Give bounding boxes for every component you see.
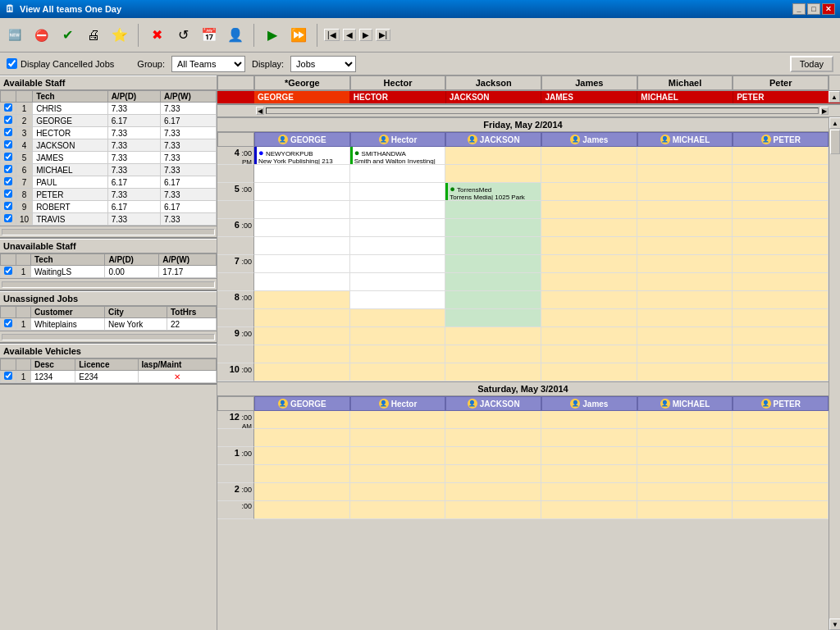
cancel-button[interactable]: ⛔ (30, 24, 52, 47)
unassigned-jobs-header: Unassigned Jobs (0, 291, 217, 306)
hector-job-smithandwa[interactable]: ● SMITHANDWASmith and Walton Investing| … (350, 147, 445, 164)
maximize-button[interactable]: □ (807, 3, 820, 15)
new-button[interactable]: 🆕 (3, 24, 26, 47)
unassigned-checkbox[interactable] (4, 319, 12, 327)
vscroll-down-btn[interactable]: ▼ (829, 619, 840, 630)
vscroll-track (829, 129, 840, 619)
hector-id: HECTOR (350, 91, 446, 103)
staff-apd: 7.33 (107, 189, 160, 201)
staff-checkbox-cell[interactable] (1, 189, 16, 201)
staff-checkbox-cell[interactable] (1, 115, 16, 127)
nav-start-button[interactable]: |◀ (324, 29, 340, 41)
ok-button[interactable]: ✔ (56, 24, 79, 47)
staff-row-num: 3 (16, 127, 33, 139)
available-staff-hscroll[interactable] (0, 226, 217, 237)
staff-checkbox-george[interactable] (4, 116, 12, 124)
jackson-job-torrent[interactable]: ● TorrensMedTorrens Media| 1025 Park Ave… (445, 183, 541, 200)
sat-james-12am (541, 411, 637, 429)
unavailable-staff-hscroll[interactable] (0, 278, 217, 290)
play-button[interactable]: ▶ (261, 24, 284, 47)
sat-james-130 (541, 465, 637, 483)
staff-checkbox-cell[interactable] (1, 213, 16, 226)
peter-id: PETER (733, 91, 829, 103)
unavail-checkbox[interactable] (4, 267, 12, 275)
hector-header: Hector (350, 75, 446, 90)
vscroll-thumb[interactable] (830, 130, 840, 154)
hscroll-bar[interactable]: ◀ ▶ (254, 105, 829, 116)
unassigned-jobs-hscroll[interactable] (0, 331, 217, 342)
peter-4pm (733, 147, 829, 165)
display-select[interactable]: Jobs (290, 56, 356, 72)
staff-checkbox-cell[interactable] (1, 127, 16, 139)
sat-jackson-130 (445, 465, 541, 483)
user-button[interactable]: 👤 (224, 24, 247, 47)
vscroll-up-btn[interactable]: ▲ (829, 117, 840, 129)
staff-checkbox-cell[interactable] (1, 152, 16, 164)
time-1230am (217, 429, 254, 447)
sat-row-230am: :00 (217, 501, 829, 519)
staff-checkbox-cell[interactable] (1, 201, 16, 213)
staff-checkbox-cell[interactable] (1, 139, 16, 152)
vehicle-checkbox[interactable] (4, 372, 12, 380)
unassigned-checkbox-cell[interactable] (1, 318, 16, 331)
print-button[interactable]: 🖨 (82, 24, 105, 47)
staff-checkbox-jackson[interactable] (4, 140, 12, 148)
staff-checkbox-chris[interactable] (4, 103, 12, 112)
unavailable-staff-header: Unavailable Staff (0, 239, 217, 253)
staff-checkbox-cell[interactable] (1, 103, 16, 115)
sat-michael-avatar: 👤 (660, 399, 670, 409)
close-button[interactable]: ✕ (822, 3, 835, 15)
minimize-button[interactable]: _ (792, 3, 806, 15)
staff-checkbox-michael[interactable] (4, 165, 12, 173)
unavail-checkbox-cell[interactable] (1, 266, 16, 278)
staff-checkbox-paul[interactable] (4, 177, 12, 185)
sat-hector-1230 (350, 429, 446, 447)
left-panel: Available Staff Tech A/P(D) A/P(W) (0, 75, 217, 630)
nav-prev-button[interactable]: ◀ (343, 29, 356, 41)
sat-george-avatar: 👤 (278, 399, 288, 409)
staff-checkbox-cell[interactable] (1, 164, 16, 176)
staff-checkbox-robert[interactable] (4, 202, 12, 210)
staff-checkbox-peter[interactable] (4, 189, 12, 198)
george-930pm (254, 345, 350, 363)
staff-checkbox-hector[interactable] (4, 128, 12, 136)
group-select[interactable]: All Teams (171, 56, 245, 72)
staff-apd: 7.33 (107, 127, 160, 139)
sat-peter-1230 (733, 429, 829, 447)
george-job-newyorkpub[interactable]: ● NEWYORKPUBNew York Publishing| 213 Wes… (254, 147, 349, 164)
refresh-button[interactable]: ↺ (171, 24, 194, 47)
michael-header: Michael (637, 75, 733, 90)
forward-button[interactable]: ⏩ (287, 24, 310, 47)
extra-button[interactable]: ⭐ (108, 24, 131, 47)
scroll-up-btn[interactable]: ▲ (829, 91, 840, 103)
separator-2 (253, 24, 254, 47)
staff-checkbox-james[interactable] (4, 153, 12, 161)
sat-peter-2am (733, 483, 829, 501)
george-id: GEORGE (254, 91, 350, 103)
hscroll-left-btn[interactable]: ◀ (256, 107, 264, 115)
george-730pm (254, 273, 350, 291)
calendar-button[interactable]: 📅 (198, 24, 221, 47)
unavail-apw: 17.17 (159, 266, 217, 278)
hscroll-right-btn[interactable]: ▶ (820, 107, 829, 115)
friday-staff-row: 👤 GEORGE 👤 Hector 👤 JACKSON 👤 (217, 132, 829, 147)
check-header (1, 359, 16, 371)
sat-michael-1am (637, 447, 733, 465)
unassigned-jobs-section: Unassigned Jobs Customer City TotHrs (0, 291, 217, 344)
day-friday: Friday, May 2/2014 👤 GEORGE 👤 Hector (217, 117, 829, 381)
nav-next-button[interactable]: ▶ (359, 29, 372, 41)
today-button[interactable]: Today (790, 56, 833, 72)
sat-hector-12am (350, 411, 446, 429)
nav-end-button[interactable]: ▶| (376, 29, 391, 41)
staff-apd: 6.17 (107, 201, 160, 213)
calendar-scroll-area[interactable]: Friday, May 2/2014 👤 GEORGE 👤 Hector (217, 117, 829, 630)
delete-button[interactable]: ✖ (145, 24, 168, 47)
hector-630pm (350, 237, 446, 255)
staff-checkbox-travis[interactable] (4, 214, 12, 222)
display-cancelled-checkbox[interactable] (7, 58, 17, 69)
vehicle-checkbox-cell[interactable] (1, 371, 16, 383)
tothrs-header: TotHrs (167, 307, 216, 318)
george-630pm (254, 237, 350, 255)
staff-checkbox-cell[interactable] (1, 176, 16, 189)
available-staff-row: 10 TRAVIS 7.33 7.33 (1, 213, 217, 226)
